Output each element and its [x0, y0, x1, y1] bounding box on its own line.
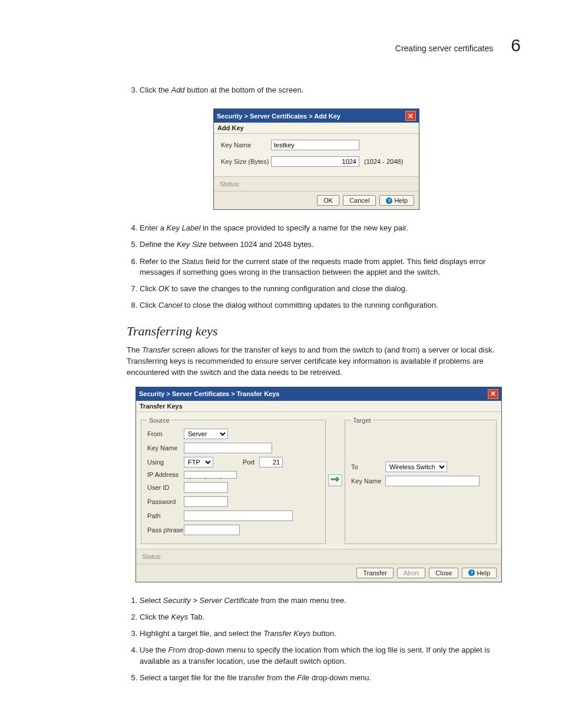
- key-size-label: Key Size (Bytes): [221, 158, 271, 165]
- password-input[interactable]: [184, 496, 228, 507]
- port-label: Port: [243, 459, 254, 466]
- passphrase-input[interactable]: [184, 525, 240, 535]
- tgt-keyname-label: Key Name: [351, 477, 385, 485]
- userid-input[interactable]: [184, 482, 228, 493]
- using-select[interactable]: FTP: [184, 457, 213, 467]
- key-name-input[interactable]: [271, 140, 359, 150]
- step-7: Click OK to save the changes to the runn…: [140, 284, 506, 294]
- cancel-button[interactable]: Cancel: [343, 195, 376, 206]
- tstep-3: Highlight a target file, and select the …: [140, 628, 506, 639]
- password-label: Password: [147, 498, 184, 505]
- key-size-input[interactable]: [271, 156, 359, 167]
- path-label: Path: [147, 512, 184, 519]
- transfer-status-row: Status:: [136, 549, 501, 564]
- page-content: Click the Add button at the bottom of th…: [127, 85, 506, 683]
- steps-after-addkey: Enter a Key Label in the space provided …: [127, 223, 506, 311]
- close-icon[interactable]: ✕: [488, 389, 498, 399]
- ip-label: IP Address: [147, 471, 184, 478]
- help-icon: ?: [386, 197, 392, 204]
- step-5: Define the Key Size between 1024 and 204…: [140, 239, 506, 250]
- help-button[interactable]: ?Help: [379, 195, 414, 206]
- src-keyname-label: Key Name: [147, 444, 184, 452]
- source-panel: Source From Server Key Name Using FTP Po…: [141, 417, 326, 544]
- key-size-hint: (1024 - 2048): [364, 158, 403, 165]
- passphrase-label: Pass phrase: [147, 526, 184, 533]
- dialog-breadcrumb: Security > Server Certificates > Transfe…: [139, 390, 279, 397]
- transfer-icon[interactable]: [328, 475, 342, 486]
- transfer-intro: The Transfer screen allows for the trans…: [127, 345, 506, 378]
- tgt-keyname-input[interactable]: [385, 476, 480, 486]
- step-4: Enter a Key Label in the space provided …: [140, 223, 506, 233]
- dialog-breadcrumb: Security > Server Certificates > Add Key: [217, 113, 340, 120]
- section-heading: Transferring keys: [127, 324, 506, 339]
- transfer-button[interactable]: Transfer: [356, 568, 394, 578]
- status-row: Status:: [214, 176, 419, 191]
- from-select[interactable]: Server: [184, 429, 228, 439]
- abort-button[interactable]: Abort: [397, 568, 425, 578]
- step-8: Click Cancel to close the dialog without…: [140, 300, 506, 311]
- path-input[interactable]: [184, 510, 293, 521]
- header-title: Creating server certificates: [395, 44, 494, 53]
- userid-label: User ID: [147, 484, 184, 491]
- add-key-dialog: Security > Server Certificates > Add Key…: [213, 108, 419, 210]
- target-panel: Target To Wireless Switch Key Name: [345, 417, 497, 544]
- dialog-title-bar: Security > Server Certificates > Add Key…: [214, 109, 419, 123]
- from-label: From: [147, 430, 184, 437]
- close-icon[interactable]: ✕: [405, 111, 416, 121]
- source-legend: Source: [147, 417, 171, 424]
- src-keyname-input[interactable]: [184, 443, 272, 453]
- tstep-4: Use the From drop-down menu to specify t…: [140, 645, 506, 666]
- tstep-1: Select Security > Server Certificate fro…: [140, 595, 506, 606]
- using-label: Using: [147, 459, 184, 466]
- steps-before-dialog: Click the Add button at the bottom of th…: [127, 85, 506, 95]
- transfer-arrow-area: [326, 417, 345, 544]
- help-icon: ?: [468, 569, 475, 576]
- transfer-keys-dialog: Security > Server Certificates > Transfe…: [135, 387, 502, 582]
- step-6: Refer to the Status field for the curren…: [140, 256, 506, 278]
- chapter-number: 6: [511, 35, 521, 55]
- help-button[interactable]: ?Help: [462, 568, 497, 578]
- target-legend: Target: [351, 417, 373, 424]
- dialog-subtitle: Add Key: [214, 123, 419, 134]
- close-button[interactable]: Close: [429, 568, 458, 578]
- key-name-label: Key Name: [221, 141, 271, 149]
- dialog-subtitle: Transfer Keys: [136, 401, 501, 412]
- port-input[interactable]: [259, 457, 283, 467]
- dialog-title-bar: Security > Server Certificates > Transfe…: [136, 387, 501, 401]
- tstep-2: Click the Keys Tab.: [140, 612, 506, 622]
- tstep-5: Select a target file for the file transf…: [140, 673, 506, 683]
- steps-after-transfer: Select Security > Server Certificate fro…: [127, 595, 506, 683]
- ip-input[interactable]: . . .: [184, 471, 237, 479]
- ok-button[interactable]: OK: [317, 195, 339, 206]
- step-3: Click the Add button at the bottom of th…: [140, 85, 506, 95]
- to-select[interactable]: Wireless Switch: [385, 462, 447, 472]
- to-label: To: [351, 463, 385, 470]
- page-header: Creating server certificates 6: [41, 35, 521, 55]
